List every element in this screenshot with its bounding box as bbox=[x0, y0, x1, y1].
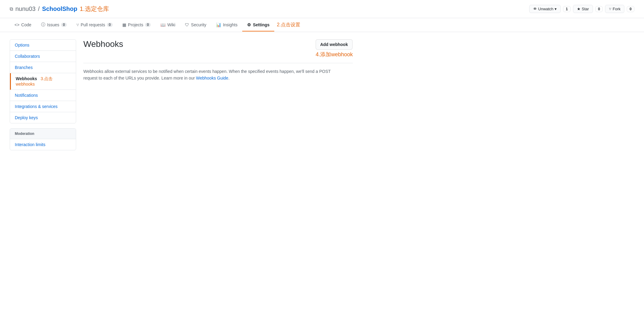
sidebar-item-notifications-label: Notifications bbox=[15, 93, 38, 98]
tab-issues-label: Issues bbox=[47, 22, 59, 27]
tab-wiki[interactable]: 📖 Wiki bbox=[156, 19, 180, 31]
sidebar-item-branches-label: Branches bbox=[15, 65, 33, 70]
unwatch-label: Unwatch bbox=[538, 7, 554, 11]
issues-badge: 0 bbox=[61, 23, 67, 27]
sidebar-item-collaborators[interactable]: Collaborators bbox=[10, 51, 76, 62]
add-webhook-button[interactable]: Add webhook bbox=[316, 39, 353, 50]
wiki-icon: 📖 bbox=[160, 22, 166, 27]
sidebar-item-interaction-limits[interactable]: Interaction limits bbox=[10, 139, 76, 150]
repo-name[interactable]: SchoolShop bbox=[42, 5, 77, 12]
unwatch-count: 1 bbox=[563, 6, 571, 12]
nav-tabs: <> Code ⓘ Issues 0 ⑂ Pull requests 0 ▦ P… bbox=[0, 18, 644, 32]
main-content: Webhooks Add webhook 4.添加webhook Webhook… bbox=[83, 39, 353, 155]
issues-icon: ⓘ bbox=[41, 22, 45, 28]
sidebar: Options Collaborators Branches Webhooks … bbox=[10, 39, 76, 155]
sidebar-moderation-section: Moderation Interaction limits bbox=[10, 128, 76, 150]
tab-projects-label: Projects bbox=[128, 22, 143, 27]
code-icon: <> bbox=[14, 22, 19, 27]
add-webhook-annotation: 4.添加webhook bbox=[316, 51, 353, 58]
main-layout: Options Collaborators Branches Webhooks … bbox=[0, 32, 362, 162]
shield-icon: 🛡 bbox=[185, 22, 189, 27]
gear-icon: ⚙ bbox=[247, 22, 251, 27]
sidebar-item-webhooks[interactable]: Webhooks 3.点击webhooks bbox=[10, 73, 76, 90]
tab-pull-requests-label: Pull requests bbox=[81, 22, 105, 27]
tab-code[interactable]: <> Code bbox=[10, 19, 36, 31]
sidebar-item-branches[interactable]: Branches bbox=[10, 62, 76, 73]
pull-requests-badge: 0 bbox=[107, 23, 113, 27]
sidebar-item-webhooks-label: Webhooks bbox=[16, 76, 37, 81]
sidebar-item-notifications[interactable]: Notifications bbox=[10, 90, 76, 101]
tab-projects[interactable]: ▦ Projects 0 bbox=[118, 19, 156, 31]
settings-annotation: 2.点击设置 bbox=[274, 18, 302, 32]
sidebar-item-options[interactable]: Options bbox=[10, 40, 76, 51]
sidebar-item-deploy-keys-label: Deploy keys bbox=[15, 115, 38, 120]
repo-icon: ⧉ bbox=[10, 6, 13, 12]
star-label: Star bbox=[582, 7, 589, 11]
tab-settings-label: Settings bbox=[253, 22, 269, 27]
sidebar-item-interaction-limits-label: Interaction limits bbox=[15, 142, 45, 147]
star-icon: ★ bbox=[577, 7, 581, 11]
repo-owner: nunu03 bbox=[15, 5, 36, 12]
tab-issues[interactable]: ⓘ Issues 0 bbox=[36, 18, 72, 32]
fork-count: 0 bbox=[627, 6, 634, 12]
tab-security-label: Security bbox=[191, 22, 206, 27]
projects-icon: ▦ bbox=[122, 22, 126, 27]
repo-header: ⧉ nunu03 / SchoolShop 1.选定仓库 👁 Unwatch ▾… bbox=[0, 0, 644, 18]
repo-separator: / bbox=[38, 5, 40, 12]
fork-button[interactable]: ⑂ Fork bbox=[605, 5, 624, 13]
fork-label: Fork bbox=[613, 7, 620, 11]
projects-badge: 0 bbox=[145, 23, 151, 27]
content-header: Webhooks Add webhook 4.添加webhook bbox=[83, 39, 353, 63]
sidebar-item-collaborators-label: Collaborators bbox=[15, 54, 40, 59]
repo-actions: 👁 Unwatch ▾ 1 ★ Star 0 ⑂ Fork 0 bbox=[529, 5, 634, 13]
moderation-header: Moderation bbox=[10, 129, 76, 139]
chevron-down-icon: ▾ bbox=[555, 7, 557, 11]
sidebar-item-integrations-label: Integrations & services bbox=[15, 104, 58, 109]
sidebar-main-section: Options Collaborators Branches Webhooks … bbox=[10, 39, 76, 123]
pull-request-icon: ⑂ bbox=[76, 22, 79, 27]
unwatch-button[interactable]: 👁 Unwatch ▾ bbox=[529, 5, 561, 13]
repo-annotation: 1.选定仓库 bbox=[80, 5, 109, 13]
fork-icon: ⑂ bbox=[609, 7, 611, 11]
page-title: Webhooks bbox=[83, 39, 123, 49]
tab-code-label: Code bbox=[21, 22, 31, 27]
tab-pull-requests[interactable]: ⑂ Pull requests 0 bbox=[72, 19, 118, 31]
sidebar-item-options-label: Options bbox=[15, 43, 29, 47]
eye-icon: 👁 bbox=[533, 7, 537, 11]
star-count: 0 bbox=[595, 6, 603, 12]
description-text-2: . bbox=[228, 76, 230, 80]
tab-insights-label: Insights bbox=[223, 22, 237, 27]
sidebar-item-deploy-keys[interactable]: Deploy keys bbox=[10, 112, 76, 123]
insights-icon: 📊 bbox=[216, 22, 221, 27]
sidebar-item-integrations[interactable]: Integrations & services bbox=[10, 101, 76, 112]
repo-title-area: ⧉ nunu03 / SchoolShop 1.选定仓库 bbox=[10, 5, 109, 13]
add-webhook-area: Add webhook 4.添加webhook bbox=[316, 39, 353, 58]
star-button[interactable]: ★ Star bbox=[573, 5, 593, 13]
tab-insights[interactable]: 📊 Insights bbox=[211, 19, 242, 31]
webhooks-guide-link[interactable]: Webhooks Guide bbox=[196, 76, 228, 80]
tab-wiki-label: Wiki bbox=[167, 22, 175, 27]
tab-settings[interactable]: ⚙ Settings bbox=[242, 19, 274, 31]
content-description: Webhooks allow external services to be n… bbox=[83, 68, 343, 82]
tab-security[interactable]: 🛡 Security bbox=[180, 19, 211, 31]
